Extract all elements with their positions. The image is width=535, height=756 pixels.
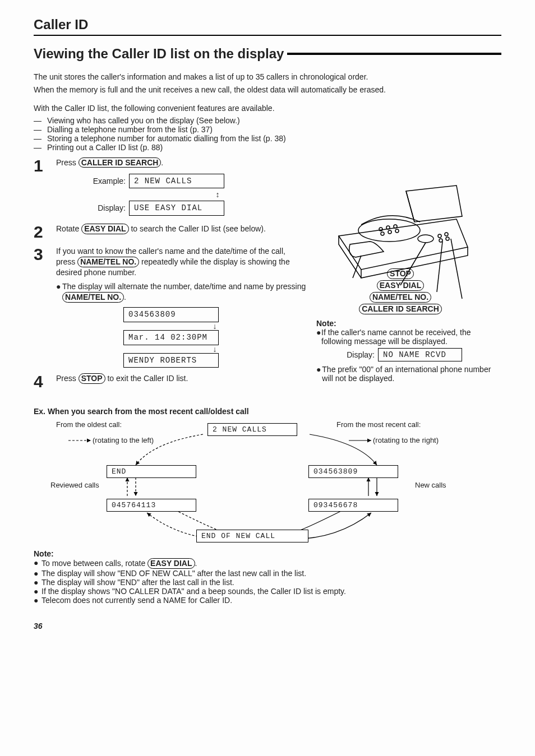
step4-text-b: to exit the Caller ID list.: [105, 374, 188, 383]
step1-text-a: Press: [56, 158, 79, 167]
down-arrow-icon: ↓: [213, 345, 217, 353]
main-title-row: Viewing the Caller ID list on the displa…: [34, 46, 501, 62]
bn1-a: To move between calls, rotate: [41, 559, 147, 568]
intro-bullet: Storing a telephone number for automatic…: [47, 134, 286, 143]
step3-sub-a: The display will alternate the number, d…: [62, 282, 306, 291]
intro-block: The unit stores the caller's information…: [34, 72, 501, 152]
step-number: 2: [34, 224, 56, 240]
intro-bullet: Printing out a Caller ID list (p. 88): [47, 143, 163, 152]
intro-p2: When the memory is full and the unit rec…: [34, 85, 501, 95]
diagram-box-rightnum2: 093456678: [308, 499, 398, 512]
display-box: USE EASY DIAL: [129, 201, 224, 216]
display-box: 034563809: [123, 307, 219, 322]
display-box: Mar. 14 02:30PM: [123, 330, 219, 345]
bullet-icon: ●: [316, 328, 321, 346]
intro-list: —Viewing who has called you on the displ…: [34, 116, 501, 152]
intro-bullet: Viewing who has called you on the displa…: [47, 116, 240, 125]
diagram-box-top: 2 NEW CALLS: [207, 423, 297, 436]
bn5: Telecom does not currently send a NAME f…: [41, 596, 232, 605]
svg-point-10: [439, 239, 442, 242]
example-section: Ex. When you search from the most recent…: [34, 407, 501, 549]
display-box: 2 NEW CALLS: [129, 174, 224, 189]
svg-point-5: [388, 230, 391, 234]
step2-text-b: to search the Caller ID list (see below)…: [129, 224, 266, 233]
search-diagram: From the oldest call: (rotating to the l…: [34, 420, 501, 549]
diagram-box-end: END: [107, 465, 196, 478]
from-recent-label: From the most recent call:: [336, 420, 421, 429]
dash-icon: —: [34, 116, 47, 125]
reviewed-label: Reviewed calls: [50, 481, 99, 489]
step-number: 4: [34, 373, 56, 390]
bullet-icon: ●: [316, 365, 322, 383]
display-label: Display:: [90, 203, 129, 214]
step-number: 3: [34, 246, 56, 368]
easy-dial-key: EASY DIAL: [147, 558, 195, 569]
newcalls-label: New calls: [415, 481, 446, 489]
svg-point-4: [381, 232, 384, 235]
steps-column: 1 Press CALLER ID SEARCH. Example: 2 NEW…: [34, 157, 306, 396]
svg-point-6: [395, 229, 399, 233]
bn1-b: .: [195, 559, 197, 568]
device-column: STOP EASY DIAL NAME/TEL NO. CALLER ID SE…: [316, 157, 501, 396]
name-tel-key: NAME/TEL NO.: [77, 257, 139, 267]
svg-point-1: [379, 228, 382, 231]
easy-dial-callout: EASY DIAL: [377, 280, 424, 291]
svg-point-8: [438, 234, 441, 238]
stop-key: STOP: [79, 373, 105, 384]
bullet-icon: ●: [34, 596, 41, 605]
bullet-icon: ●: [34, 569, 41, 578]
bottom-notes: Note: ● To move between calls, rotate EA…: [34, 549, 501, 605]
name-tel-callout: NAME/TEL NO.: [370, 292, 431, 303]
display-box: WENDY ROBERTS: [123, 353, 219, 368]
intro-p1: The unit stores the caller's information…: [34, 72, 501, 82]
page-number: 36: [34, 622, 501, 630]
intro-bullet: Dialling a telephone number from the lis…: [47, 125, 213, 134]
section-header: Caller ID: [34, 17, 501, 36]
main-title: Viewing the Caller ID list on the displa…: [34, 46, 284, 62]
note-b1: If the caller's name cannot be received,…: [321, 328, 501, 346]
rot-left-label: (rotating to the left): [93, 436, 154, 444]
bullet-icon: ●: [34, 587, 41, 596]
from-oldest-label: From the oldest call:: [56, 420, 122, 429]
note-b2: The prefix "00" of an international phon…: [322, 365, 501, 383]
caller-id-callout: CALLER ID SEARCH: [359, 304, 442, 314]
updown-arrow-icon: ↕: [216, 191, 220, 198]
dash-icon: —: [34, 134, 47, 143]
bullet-icon: ●: [34, 578, 41, 587]
diagram-box-bottom: END OF NEW CALL: [196, 530, 308, 542]
svg-point-11: [446, 237, 449, 240]
bn2: The display will show "END OF NEW CALL" …: [41, 569, 306, 578]
display-box: NO NAME RCVD: [378, 348, 462, 361]
step2-text-a: Rotate: [56, 224, 81, 233]
name-tel-key: NAME/TEL NO.: [62, 292, 124, 303]
step-4: 4 Press STOP to exit the Caller ID list.: [34, 373, 306, 390]
caller-id-search-key: CALLER ID SEARCH: [79, 157, 162, 168]
stop-callout: STOP: [387, 268, 414, 279]
diagram-box-rightnum1: 034563809: [308, 465, 398, 478]
down-arrow-icon: ↓: [213, 322, 217, 330]
dash-icon: —: [34, 125, 47, 134]
step3-sub-b: .: [124, 293, 126, 302]
easy-dial-key: EASY DIAL: [81, 224, 128, 234]
intro-p3: With the Caller ID list, the following c…: [34, 103, 501, 114]
step1-text-b: .: [161, 158, 163, 167]
bn4: If the display shows "NO CALLER DATA" an…: [41, 587, 346, 596]
diagram-box-leftnum: 045764113: [107, 499, 196, 512]
bn3: The display will show "END" after the la…: [41, 578, 234, 587]
dash-icon: —: [34, 143, 47, 152]
device-figure: STOP EASY DIAL NAME/TEL NO. CALLER ID SE…: [316, 157, 485, 314]
example-title: Ex. When you search from the most recent…: [34, 407, 501, 416]
step-1: 1 Press CALLER ID SEARCH. Example: 2 NEW…: [34, 157, 306, 219]
rot-right-label: (rotating to the right): [373, 436, 439, 444]
note-title: Note:: [34, 549, 501, 558]
svg-point-9: [445, 233, 448, 236]
title-rule: [287, 53, 501, 55]
step-number: 1: [34, 157, 56, 219]
example-label: Example:: [90, 176, 129, 187]
svg-point-7: [418, 235, 433, 243]
step4-text-a: Press: [56, 374, 79, 383]
step-2: 2 Rotate EASY DIAL to search the Caller …: [34, 224, 306, 240]
right-note: Note: ● If the caller's name cannot be r…: [316, 319, 501, 383]
bullet-icon: ●: [34, 558, 41, 569]
step-3: 3 If you want to know the caller's name …: [34, 246, 306, 368]
